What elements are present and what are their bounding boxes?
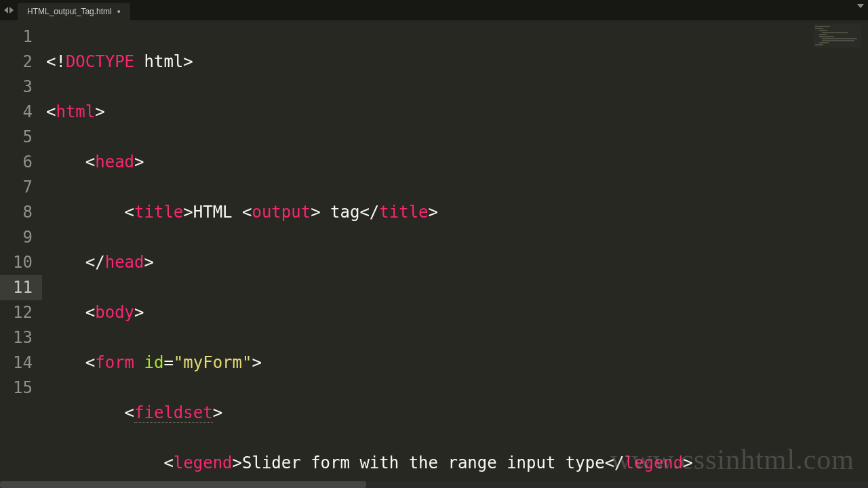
dirty-indicator-icon: • <box>117 6 121 17</box>
minimap[interactable] <box>814 24 861 47</box>
code-line: <fieldset> <box>46 401 868 426</box>
tab-title: HTML_output_Tag.html <box>27 7 112 16</box>
code-line: <head> <box>46 150 868 175</box>
line-number[interactable]: 7 <box>0 175 42 200</box>
scrollbar-thumb[interactable] <box>0 481 366 488</box>
gutter: 1 2 3 4 5 6 7 8 9 10 11 12 13 14 15 <box>0 20 42 481</box>
line-number[interactable]: 2 <box>0 49 42 75</box>
line-number[interactable]: 15 <box>0 375 42 401</box>
editor: 1 2 3 4 5 6 7 8 9 10 11 12 13 14 15 <!DO… <box>0 20 868 481</box>
code-line: <body> <box>46 300 868 325</box>
tab-menu-icon[interactable] <box>857 4 864 8</box>
back-icon[interactable] <box>4 7 8 14</box>
code-area[interactable]: <!DOCTYPE html> <html> <head> <title>HTM… <box>42 20 868 481</box>
horizontal-scrollbar[interactable] <box>0 481 868 488</box>
code-line: <html> <box>46 100 868 125</box>
line-number[interactable]: 5 <box>0 125 42 150</box>
watermark: www.cssinhtml.com <box>610 443 854 476</box>
line-number[interactable]: 9 <box>0 225 42 250</box>
line-number[interactable]: 12 <box>0 300 42 325</box>
line-number[interactable]: 1 <box>0 24 42 49</box>
line-number[interactable]: 4 <box>0 100 42 125</box>
code-line: <title>HTML <output> tag</title> <box>46 200 868 225</box>
line-number[interactable]: 10 <box>0 250 42 275</box>
forward-icon[interactable] <box>9 7 14 14</box>
code-line: <form id="myForm"> <box>46 350 868 375</box>
line-number[interactable]: 6 <box>0 150 42 175</box>
tab-bar: HTML_output_Tag.html • <box>0 0 868 20</box>
file-tab[interactable]: HTML_output_Tag.html • <box>18 3 130 20</box>
line-number[interactable]: 3 <box>0 75 42 100</box>
code-line: </head> <box>46 250 868 275</box>
line-number[interactable]: 13 <box>0 325 42 350</box>
line-number[interactable]: 14 <box>0 350 42 375</box>
code-line: <!DOCTYPE html> <box>46 49 868 75</box>
line-number[interactable]: 8 <box>0 200 42 225</box>
line-number[interactable]: 11 <box>0 275 42 300</box>
tab-history-arrows <box>0 0 18 20</box>
